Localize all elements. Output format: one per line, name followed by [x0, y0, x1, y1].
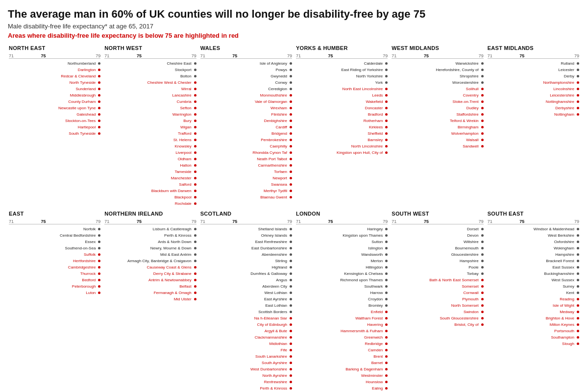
list-item: Staffordshire: [392, 111, 483, 117]
area-label: Wakefield: [366, 99, 386, 104]
area-label: Plymouth: [462, 297, 481, 302]
area-label: Kingston upon Hull, City of: [337, 150, 385, 155]
list-item: Bury: [104, 118, 196, 123]
list-item: Darlington: [9, 67, 100, 73]
list-item: North Yorkshire: [296, 73, 388, 79]
area-label: Dudley: [466, 106, 481, 111]
area-label: Nottingham: [554, 112, 577, 117]
list-item: East Riding of Yorkshire: [296, 67, 388, 73]
area-dot: [385, 241, 388, 243]
list-item: Northamptonshire: [488, 79, 579, 85]
area-label: County Durham: [68, 99, 98, 104]
list-item: Carmarthenshire: [200, 162, 292, 168]
area-dot: [290, 151, 292, 154]
area-label: West Sussex: [551, 278, 577, 283]
list-item: Camden: [296, 347, 388, 353]
area-label: Cardiff: [276, 125, 290, 130]
area-label: Westminster: [361, 373, 385, 378]
list-item: Buckinghamshire: [488, 270, 579, 276]
list-item: Hampshire: [488, 251, 579, 257]
area-label: North Lincolnshire: [351, 144, 385, 149]
area-dot: [481, 247, 484, 249]
list-item: Powys: [200, 67, 292, 73]
list-item: Redbridge: [296, 341, 388, 346]
scale-79: 79: [287, 53, 292, 58]
area-dot: [194, 120, 196, 122]
area-dot: [98, 120, 100, 122]
highlight-note: Areas where disability-free life expecta…: [8, 32, 580, 39]
list-item: Calderdale: [296, 60, 388, 66]
area-label: Oxfordshire: [554, 240, 577, 245]
area-dot: [481, 311, 484, 313]
area-dot: [385, 247, 388, 249]
area-label: Cambridgeshire: [68, 265, 98, 270]
area-dot: [290, 343, 292, 345]
list-item: Liverpool: [104, 149, 196, 155]
area-dot: [481, 145, 484, 147]
area-label: Derry City & Strabane: [153, 271, 194, 276]
area-label: Luton: [86, 291, 98, 295]
scale-79: 79: [192, 219, 196, 224]
area-label: Harrow: [370, 291, 386, 295]
area-label: Sunderland: [75, 87, 98, 92]
list-item: Ceredigion: [200, 86, 292, 92]
area-label: Shropshire: [460, 74, 481, 79]
list-item: Knowsley: [104, 143, 196, 149]
area-dot: [481, 132, 484, 135]
scale-75: 75: [41, 219, 46, 224]
chart-area: DorsetDevonWiltshireBournemouthGlouceste…: [392, 226, 483, 327]
area-label: Wrexham: [270, 106, 290, 111]
area-label: Bournemouth: [455, 246, 481, 251]
list-item: City of Edinburgh: [200, 321, 292, 327]
list-item: East Renfrewshire: [200, 239, 292, 245]
list-item: Thurrock: [9, 270, 100, 276]
list-item: Leicestershire: [488, 92, 579, 98]
area-label: Sandwell: [463, 144, 481, 149]
area-label: Hampshire: [555, 252, 577, 257]
list-item: North Somerset: [392, 302, 483, 308]
area-dot: [98, 75, 100, 77]
chart-area: Isle of AngleseyPowysGwyneddConwyCeredig…: [200, 60, 292, 200]
list-item: Gwynedd: [200, 73, 292, 79]
scale-71: 71: [392, 219, 396, 224]
area-dot: [194, 88, 196, 90]
area-label: Herefordshire, County of: [436, 68, 481, 73]
list-item: Dorset: [392, 226, 483, 232]
area-dot: [577, 81, 579, 84]
scale-bar: 717579: [9, 218, 100, 224]
scale-71: 71: [9, 219, 14, 224]
list-item: Plymouth: [392, 296, 483, 302]
area-dot: [385, 298, 388, 300]
area-label: South Ayrshire: [262, 361, 290, 366]
scale-75: 75: [232, 53, 237, 58]
list-item: South Gloucestershire: [392, 315, 483, 321]
list-item: Sandwell: [392, 143, 483, 149]
scale-bar: 717579: [392, 218, 483, 224]
area-dot: [577, 62, 579, 65]
area-label: Camden: [368, 348, 385, 353]
list-item: Halton: [104, 162, 196, 168]
area-label: Kent: [566, 291, 577, 295]
area-label: Kingston upon Thames: [343, 233, 385, 238]
list-item: Shetland Islands: [200, 226, 292, 232]
area-dot: [577, 260, 579, 262]
area-dot: [577, 253, 579, 256]
area-label: Argyll & Bute: [265, 329, 290, 334]
area-dot: [98, 126, 100, 128]
area-dot: [577, 100, 579, 103]
area-label: Gateshead: [76, 112, 98, 117]
area-dot: [290, 317, 292, 319]
scale-bar: 717579: [296, 52, 388, 59]
area-label: Calderdale: [364, 61, 386, 66]
list-item: Kingston upon Hull, City of: [296, 149, 388, 155]
area-label: Central Bedfordshire: [60, 233, 98, 238]
area-dot: [577, 247, 579, 249]
scale-71: 71: [200, 53, 205, 58]
list-item: Wakefield: [296, 98, 388, 104]
area-label: East Renfrewshire: [255, 240, 290, 245]
area-label: Richmond upon Thames: [340, 278, 385, 283]
area-label: Ceredigion: [268, 87, 290, 92]
list-item: Coventry: [392, 92, 483, 98]
scale-bar: 717579: [104, 218, 196, 224]
region-title: EAST MIDLANDS: [488, 45, 579, 51]
